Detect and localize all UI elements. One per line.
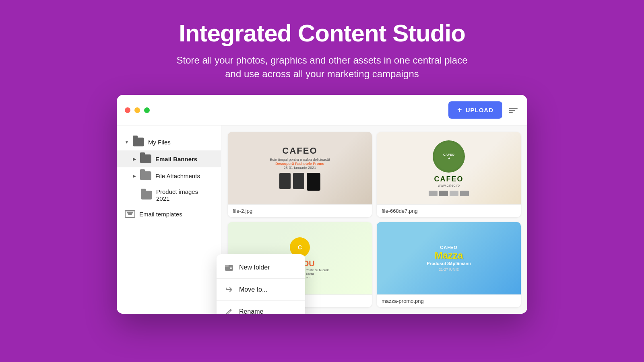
divider-2: [217, 300, 305, 301]
app-window: + UPLOAD ▼ My Files Email Banner: [117, 95, 527, 314]
window-controls: [125, 107, 150, 113]
sidebar-item-email-templates[interactable]: Email templates: [117, 206, 221, 222]
product-images-label: Product images 2021: [156, 188, 213, 202]
cafeo-banner-1: CAFEO Este timpul pentru o cafea delicio…: [228, 132, 372, 204]
file-attachments-folder-icon: [140, 171, 151, 180]
close-button[interactable]: [125, 107, 130, 113]
cafeo-banner-2: CAFEO★ CAFEO www.cafeo.ro: [377, 132, 521, 204]
filter-button[interactable]: [507, 106, 519, 114]
file-card-4[interactable]: CAFEO Mazza Produsul Săptămânii 21-27 IU…: [377, 222, 521, 307]
my-files-label: My Files: [148, 139, 171, 146]
new-folder-icon: [225, 263, 233, 272]
sidebar-item-my-files[interactable]: ▼ My Files: [117, 134, 221, 150]
rename-icon: [225, 307, 233, 314]
new-folder-label: New folder: [239, 264, 270, 271]
title-bar: + UPLOAD: [117, 95, 527, 125]
minimize-button[interactable]: [134, 107, 140, 113]
title-bar-actions: + UPLOAD: [448, 101, 519, 119]
upload-plus-icon: +: [457, 105, 462, 115]
email-templates-icon: [125, 210, 135, 218]
my-files-chevron-icon: ▼: [125, 140, 129, 144]
sidebar-item-product-images-2021[interactable]: Product images 2021: [117, 184, 221, 206]
move-to-icon: [225, 285, 233, 294]
rename-label: Rename: [239, 308, 263, 314]
my-files-folder-icon: [133, 138, 144, 146]
file-card-1[interactable]: CAFEO Este timpul pentru o cafea delicio…: [228, 132, 372, 217]
upload-button[interactable]: + UPLOAD: [448, 101, 502, 119]
file-name-1: file-2.jpg: [228, 204, 372, 217]
svg-rect-1: [225, 265, 229, 267]
email-banners-chevron-icon: [133, 157, 136, 161]
email-templates-label: Email templates: [139, 211, 182, 218]
email-banners-folder-icon: [140, 154, 151, 163]
hero-subtitle: Store all your photos, graphics and othe…: [176, 53, 467, 80]
file-name-2: file-668de7.png: [377, 204, 521, 217]
context-menu-new-folder[interactable]: New folder: [217, 257, 305, 278]
context-menu: New folder Move to...: [217, 254, 305, 314]
context-menu-move-to[interactable]: Move to...: [217, 280, 305, 300]
file-card-2[interactable]: CAFEO★ CAFEO www.cafeo.ro file-668de7.pn…: [377, 132, 521, 217]
divider-1: [217, 278, 305, 279]
hero-section: Integrated Content Studio Store all your…: [176, 0, 467, 95]
hero-title: Integrated Content Studio: [176, 19, 467, 47]
file-preview-4: CAFEO Mazza Produsul Săptămânii 21-27 IU…: [377, 222, 521, 294]
move-to-label: Move to...: [239, 286, 267, 293]
sidebar: ▼ My Files Email Banners File Attachment…: [117, 125, 221, 314]
email-banners-label: Email Banners: [155, 156, 197, 162]
context-menu-rename[interactable]: Rename: [217, 302, 305, 314]
product-images-folder-icon: [141, 191, 152, 200]
file-preview-2: CAFEO★ CAFEO www.cafeo.ro: [377, 132, 521, 204]
window-body: ▼ My Files Email Banners File Attachment…: [117, 125, 527, 314]
sidebar-item-email-banners[interactable]: Email Banners: [117, 150, 221, 167]
sidebar-item-file-attachments[interactable]: File Attachments: [117, 167, 221, 184]
file-name-4: mazza-promo.png: [377, 294, 521, 307]
maximize-button[interactable]: [144, 107, 150, 113]
file-attachments-label: File Attachments: [155, 173, 200, 179]
file-attachments-chevron-icon: [133, 174, 136, 178]
mazza-banner: CAFEO Mazza Produsul Săptămânii 21-27 IU…: [377, 222, 521, 294]
upload-label: UPLOAD: [466, 107, 493, 113]
file-preview-1: CAFEO Este timpul pentru o cafea delicio…: [228, 132, 372, 204]
